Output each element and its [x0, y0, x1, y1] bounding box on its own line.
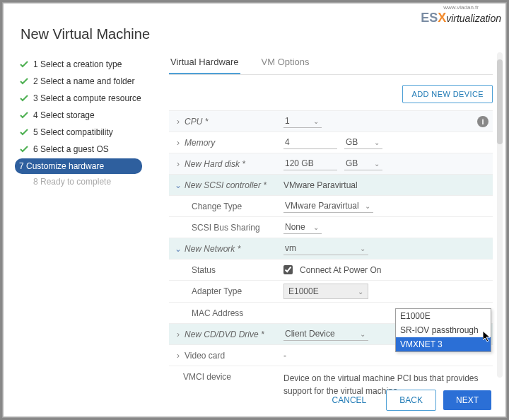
adapter-option-sr-iov-passthrough[interactable]: SR-IOV passthrough [396, 323, 491, 337]
cpu-select[interactable]: 1⌄ [283, 115, 322, 128]
row-label-network: New Network * [185, 244, 240, 254]
collapse-icon[interactable]: ⌄ [173, 244, 183, 254]
expand-icon[interactable]: › [173, 351, 183, 361]
connect-at-poweron-checkbox[interactable] [283, 265, 293, 274]
collapse-icon[interactable]: ⌄ [173, 180, 183, 190]
network-select[interactable]: vm⌄ [283, 242, 368, 255]
check-icon [19, 177, 29, 187]
step-label: 2 Select a name and folder [33, 76, 134, 86]
expand-icon[interactable]: › [173, 138, 183, 148]
scrollbar-thumb[interactable] [497, 59, 503, 144]
hardware-panel: Virtual Hardware VM Options ADD NEW DEVI… [149, 52, 505, 378]
expand-icon[interactable]: › [173, 159, 183, 169]
tab-virtual-hardware[interactable]: Virtual Hardware [169, 52, 240, 74]
row-label-harddisk: New Hard disk * [185, 159, 245, 169]
step-label: 4 Select storage [33, 110, 95, 120]
scsi-value: VMware Paravirtual [283, 180, 358, 190]
expand-icon[interactable]: › [173, 329, 183, 339]
harddisk-unit-select[interactable]: GB⌄ [344, 157, 382, 170]
add-new-device-button[interactable]: ADD NEW DEVICE [402, 85, 493, 103]
wizard-step-5[interactable]: 5 Select compatibility [19, 124, 142, 141]
memory-input[interactable]: 4 [283, 136, 337, 149]
row-label-cd: New CD/DVD Drive * [185, 329, 264, 339]
wizard-step-6[interactable]: 6 Select a guest OS [19, 141, 142, 158]
back-button[interactable]: BACK [386, 390, 436, 411]
row-label-scsi-sharing: SCSI Bus Sharing [192, 223, 260, 233]
check-icon [19, 127, 29, 137]
wizard-step-1[interactable]: 1 Select a creation type [19, 57, 142, 74]
tab-vm-options[interactable]: VM Options [260, 52, 311, 74]
next-button[interactable]: NEXT [443, 390, 491, 410]
wizard-step-3[interactable]: 3 Select a compute resource [19, 91, 142, 107]
adapter-option-e1000e[interactable]: E1000E [396, 309, 491, 323]
check-icon [19, 110, 29, 120]
cd-device-select[interactable]: Client Device⌄ [283, 327, 368, 341]
step-label: 8 Ready to complete [33, 177, 111, 187]
wizard-step-2[interactable]: 2 Select a name and folder [19, 74, 142, 91]
row-label-scsi: New SCSI controller * [185, 180, 267, 190]
row-label-video: Video card [185, 351, 225, 361]
check-icon [19, 144, 29, 154]
row-label-adapter-type: Adapter Type [192, 286, 242, 296]
info-icon[interactable]: i [477, 116, 488, 127]
row-label-status: Status [192, 265, 216, 275]
change-type-select[interactable]: VMware Paravirtual⌄ [283, 199, 373, 213]
step-label: 5 Select compatibility [33, 127, 113, 137]
cancel-button[interactable]: CANCEL [320, 390, 380, 410]
adapter-type-dropdown[interactable]: E1000ESR-IOV passthroughVMXNET 3 [395, 308, 491, 352]
video-value: - [283, 351, 286, 361]
row-label-change-type: Change Type [192, 202, 242, 211]
step-label: 3 Select a compute resource [33, 93, 141, 103]
wizard-step-7[interactable]: 7 Customize hardware [15, 158, 142, 174]
status-text: Connect At Power On [300, 265, 381, 275]
step-label: 6 Select a guest OS [33, 144, 109, 154]
harddisk-input[interactable]: 120 GB [283, 157, 337, 170]
brand-logo: www.vladan.fr ESXvirtualization [416, 4, 505, 27]
step-label: 1 Select a creation type [33, 59, 122, 69]
check-icon [19, 59, 29, 69]
row-label-mac: MAC Address [192, 308, 243, 318]
row-label-cpu: CPU * [185, 117, 208, 127]
cursor-icon [483, 331, 494, 342]
wizard-steps: 1 Select a creation type2 Select a name … [4, 52, 149, 378]
step-label: 7 Customize hardware [19, 161, 104, 171]
check-icon [19, 93, 29, 103]
expand-icon[interactable]: › [173, 117, 183, 127]
adapter-type-select[interactable]: E1000E⌄ [283, 284, 368, 299]
check-icon [19, 76, 29, 86]
wizard-step-8: 8 Ready to complete [19, 174, 142, 191]
row-label-memory: Memory [185, 138, 215, 148]
wizard-step-4[interactable]: 4 Select storage [19, 107, 142, 124]
memory-unit-select[interactable]: GB⌄ [344, 136, 382, 149]
scsi-sharing-select[interactable]: None⌄ [283, 221, 322, 234]
row-label-vmci: VMCI device [183, 372, 231, 382]
adapter-option-vmxnet-3[interactable]: VMXNET 3 [396, 337, 491, 351]
